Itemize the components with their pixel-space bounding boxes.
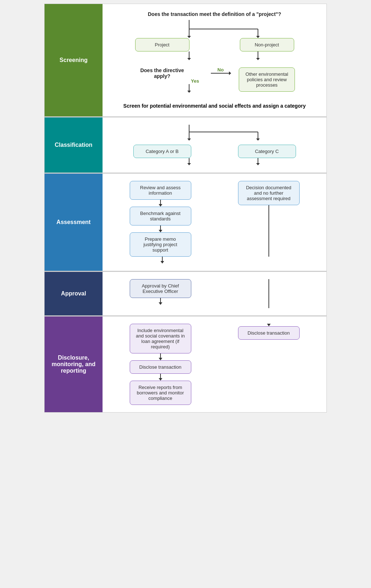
project-col: Project (130, 38, 195, 51)
classification-label: Classification (45, 117, 103, 173)
disclosure-label: Disclosure, monitoring, and reporting (45, 316, 103, 412)
disclosure-left-col: Include environmental and social covenan… (110, 324, 211, 405)
assessment-label: Assessment (45, 174, 103, 271)
approval-cols: Approval by Chief Executive Officer (110, 279, 319, 308)
assessment-right-col: Decision documented and no further asses… (218, 181, 319, 257)
nonproject-col: Non-project (234, 38, 300, 51)
assess-box2: Benchmark against standards (130, 207, 191, 225)
screening-section: Screening Does the transaction meet the … (45, 4, 326, 117)
assessment-section: Assessment Review and assess information… (45, 174, 326, 272)
assess-box3: Prepare memo justifying project support (130, 232, 191, 257)
diagram-container: Screening Does the transaction meet the … (44, 4, 327, 413)
classification-section: Classification Category A or B (45, 117, 326, 174)
approval-content: Approval by Chief Executive Officer (103, 272, 326, 315)
disclosure-content: Include environmental and social covenan… (103, 316, 326, 412)
classification-arrows (110, 125, 319, 145)
approval-right-col (218, 279, 319, 308)
disclosure-right-col: Disclose transaction (218, 324, 319, 405)
svg-marker-23 (187, 163, 191, 165)
cat-ab-col: Category A or B (130, 145, 195, 158)
approval-section: Approval Approval by Chief Executive Off… (45, 272, 326, 316)
classification-bottom-arrows (110, 158, 319, 165)
nonproject-box: Non-project (240, 38, 294, 51)
svg-marker-19 (187, 138, 191, 141)
screening-content: Does the transaction meet the definition… (103, 4, 326, 116)
svg-marker-25 (256, 163, 260, 165)
disclosure-section: Disclosure, monitoring, and reporting In… (45, 316, 326, 412)
cat-c-col: Category C (234, 145, 300, 158)
assess-right-box1: Decision documented and no further asses… (238, 181, 300, 205)
q2-col: Does the directive apply? (130, 67, 195, 92)
project-nonproject-row: Project Non-project (110, 38, 319, 51)
assessment-cols: Review and assess information Benchmark … (110, 181, 319, 257)
q2-other-row: Does the directive apply? Other environm… (110, 59, 319, 92)
other-col: Other environmental policies and review … (234, 67, 300, 92)
screening-bottom-text: Screen for potential environmental and s… (123, 103, 305, 109)
assessment-left-col: Review and assess information Benchmark … (110, 181, 211, 257)
assess-box1: Review and assess information (130, 181, 191, 200)
disclosure-left-box2: Disclose transaction (130, 360, 191, 374)
classification-content: Category A or B Category C (103, 117, 326, 173)
screening-label: Screening (45, 4, 103, 116)
approval-left-col: Approval by Chief Executive Officer (110, 279, 211, 308)
q2-text: Does the directive apply? (137, 67, 188, 79)
svg-marker-21 (256, 138, 260, 141)
assessment-content: Review and assess information Benchmark … (103, 174, 326, 271)
screening-split-arrow (110, 20, 319, 38)
other-box: Other environmental policies and review … (239, 67, 295, 92)
disclosure-left-box3: Receive reports from borrowers and monit… (130, 381, 191, 405)
category-ab-box: Category A or B (133, 145, 191, 158)
category-c-box: Category C (238, 145, 296, 158)
screening-question1: Does the transaction meet the definition… (148, 11, 281, 17)
classification-boxes-row: Category A or B Category C (110, 145, 319, 158)
assessment-bottom-arrows (110, 257, 319, 264)
disclosure-cols: Include environmental and social covenan… (110, 324, 319, 405)
approval-label: Approval (45, 272, 103, 315)
approval-box1: Approval by Chief Executive Officer (130, 279, 191, 298)
disclosure-left-box1: Include environmental and social covenan… (130, 324, 191, 353)
project-box: Project (135, 38, 189, 51)
disclosure-right-box1: Disclose transaction (238, 326, 300, 340)
